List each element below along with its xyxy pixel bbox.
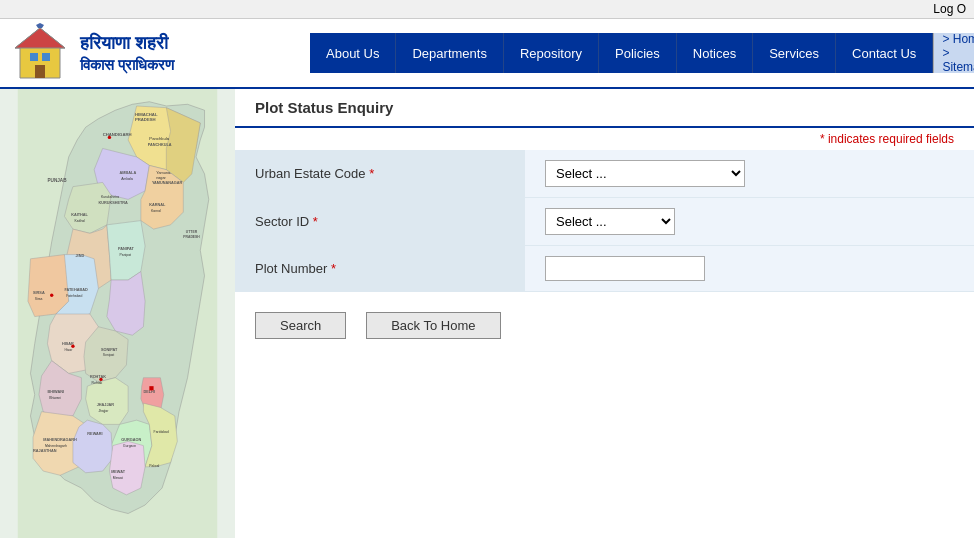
svg-text:JHAJJAR: JHAJJAR (97, 403, 115, 407)
logo-area: HSVP हरियाणा शहरी विकास प्राधिकरण (0, 23, 310, 83)
svg-text:Mewat: Mewat (113, 476, 123, 480)
svg-text:Palwal: Palwal (149, 464, 159, 468)
logo-text: हरियाणा शहरी विकास प्राधिकरण (80, 32, 174, 75)
sector-id-select[interactable]: Select ... (545, 208, 675, 235)
svg-text:PRADESH: PRADESH (183, 235, 200, 239)
svg-text:PANCHKULA: PANCHKULA (148, 143, 172, 147)
sector-id-label: Sector ID * (235, 198, 525, 246)
svg-marker-1 (15, 28, 65, 48)
svg-text:RAJASTHAN: RAJASTHAN (33, 449, 57, 453)
plot-number-label: Plot Number * (235, 246, 525, 292)
svg-text:Gurgaon: Gurgaon (123, 444, 136, 448)
nav-item-contact-us[interactable]: Contact Us (836, 33, 933, 73)
svg-text:GURGAON: GURGAON (121, 438, 141, 442)
nav-item-repository[interactable]: Repository (504, 33, 599, 73)
svg-text:MAHENDRAGARH: MAHENDRAGARH (43, 438, 77, 442)
svg-text:nagar: nagar (156, 176, 166, 180)
plot-number-row: Plot Number * (235, 246, 974, 292)
svg-text:PANIPAT: PANIPAT (118, 247, 135, 251)
svg-text:PUNJAB: PUNJAB (47, 178, 67, 183)
content-area: Plot Status Enquiry * indicates required… (235, 89, 974, 538)
svg-text:Panchkula: Panchkula (149, 136, 169, 141)
svg-rect-2 (30, 53, 38, 61)
svg-text:Hisar: Hisar (64, 348, 73, 352)
form-table: Urban Estate Code * Select ... Sector ID… (235, 150, 974, 292)
svg-text:JIND: JIND (75, 254, 84, 258)
urban-estate-select[interactable]: Select ... (545, 160, 745, 187)
svg-text:Bhiwani: Bhiwani (49, 396, 61, 400)
svg-text:ROHTAK: ROHTAK (90, 375, 106, 379)
urban-estate-input-cell: Select ... (525, 150, 974, 198)
svg-text:DELHI: DELHI (143, 390, 154, 394)
svg-text:SIRSA: SIRSA (33, 291, 45, 295)
back-home-button[interactable]: Back To Home (366, 312, 500, 339)
nav-item-about-us[interactable]: About Us (310, 33, 396, 73)
svg-text:Kurukshetra: Kurukshetra (101, 195, 119, 199)
svg-text:Fatehabad: Fatehabad (66, 294, 82, 298)
page-title: Plot Status Enquiry (235, 89, 974, 128)
svg-marker-6 (36, 23, 44, 28)
svg-text:SONIPAT: SONIPAT (101, 348, 118, 352)
svg-point-43 (99, 378, 102, 381)
svg-text:MEWAT: MEWAT (111, 470, 126, 474)
svg-text:Panipat: Panipat (120, 253, 132, 257)
plot-number-input[interactable] (545, 256, 705, 281)
home-link[interactable]: > Home (942, 32, 974, 46)
svg-text:BHIWANI: BHIWANI (47, 390, 64, 394)
main-layout: HIMACHAL PRADESH CHANDIGARH Panchkula PA… (0, 89, 974, 538)
svg-text:FATEHABAD: FATEHABAD (64, 288, 87, 292)
svg-text:Mahendragarh: Mahendragarh (45, 444, 67, 448)
svg-text:YAMUNANAGAR: YAMUNANAGAR (152, 181, 183, 185)
svg-text:KAITHAL: KAITHAL (71, 213, 88, 217)
search-button[interactable]: Search (255, 312, 346, 339)
svg-text:Jhajjar: Jhajjar (98, 409, 109, 413)
required-note: * indicates required fields (235, 128, 974, 150)
logo-line1: हरियाणा शहरी (80, 32, 174, 55)
svg-text:PRADESH: PRADESH (135, 117, 156, 122)
svg-rect-3 (42, 53, 50, 61)
svg-text:CHANDIGARH: CHANDIGARH (103, 132, 132, 137)
hsvp-logo: HSVP (10, 23, 70, 83)
nav-item-departments[interactable]: Departments (396, 33, 503, 73)
svg-rect-4 (35, 65, 45, 78)
svg-text:Ambala: Ambala (121, 177, 133, 181)
nav-bar: About Us Departments Repository Policies… (310, 33, 974, 73)
svg-point-33 (50, 294, 53, 297)
svg-text:HIMACHAL: HIMACHAL (135, 112, 158, 117)
svg-rect-49 (149, 386, 153, 390)
sitemap-link[interactable]: > Sitemap (942, 46, 974, 74)
svg-text:Karnal: Karnal (151, 209, 161, 213)
logo-line2: विकास प्राधिकरण (80, 55, 174, 75)
svg-text:UTTER: UTTER (186, 230, 198, 234)
log-out-link[interactable]: Log O (933, 2, 966, 16)
svg-text:Faridabad: Faridabad (154, 430, 169, 434)
urban-estate-label: Urban Estate Code * (235, 150, 525, 198)
svg-text:Kaithal: Kaithal (75, 219, 86, 223)
svg-text:Sonipat: Sonipat (103, 353, 115, 357)
quick-links: > Home > Sitemap (933, 33, 974, 73)
sector-id-input-cell: Select ... (525, 198, 974, 246)
haryana-map: HIMACHAL PRADESH CHANDIGARH Panchkula PA… (0, 89, 235, 538)
plot-number-input-cell (525, 246, 974, 292)
svg-text:KARNAL: KARNAL (149, 203, 166, 207)
svg-text:Rohtak: Rohtak (92, 381, 103, 385)
svg-text:Yamuna-: Yamuna- (156, 171, 172, 175)
top-bar: Log O (0, 0, 974, 19)
buttons-row: Search Back To Home (235, 292, 974, 359)
nav-item-policies[interactable]: Policies (599, 33, 677, 73)
nav-item-services[interactable]: Services (753, 33, 836, 73)
svg-point-38 (71, 345, 74, 348)
svg-text:KURUKSHETRA: KURUKSHETRA (98, 201, 128, 205)
sector-id-row: Sector ID * Select ... (235, 198, 974, 246)
urban-estate-row: Urban Estate Code * Select ... (235, 150, 974, 198)
nav-item-notices[interactable]: Notices (677, 33, 753, 73)
header: HSVP हरियाणा शहरी विकास प्राधिकरण About … (0, 19, 974, 89)
svg-text:Sirsa: Sirsa (35, 297, 43, 301)
map-sidebar: HIMACHAL PRADESH CHANDIGARH Panchkula PA… (0, 89, 235, 538)
svg-point-11 (108, 136, 111, 139)
svg-text:REWARI: REWARI (87, 432, 102, 436)
svg-text:AMBALA: AMBALA (120, 171, 137, 175)
